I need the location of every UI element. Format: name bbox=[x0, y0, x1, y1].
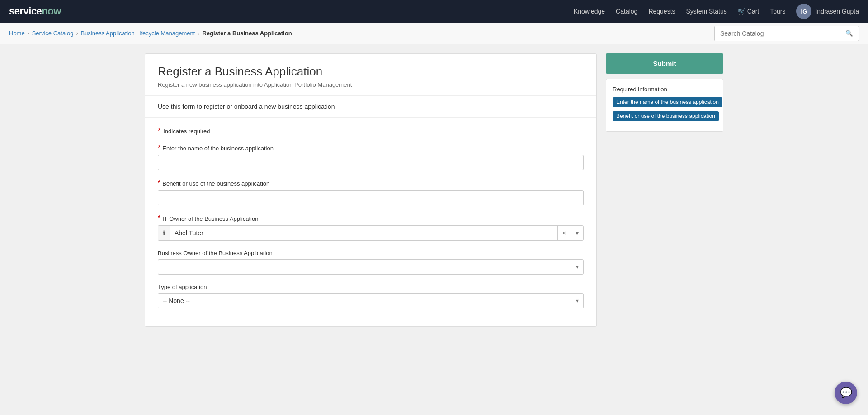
it-owner-label-text: IT Owner of the Business Application bbox=[162, 215, 258, 222]
knowledge-link[interactable]: Knowledge bbox=[574, 8, 605, 15]
user-avatar[interactable]: IG bbox=[796, 4, 811, 19]
breadcrumb-sep-2: › bbox=[76, 30, 78, 37]
logo-now: now bbox=[42, 5, 61, 17]
info-icon: ℹ bbox=[163, 229, 165, 237]
form-description: Use this form to register or onboard a n… bbox=[145, 96, 596, 118]
search-catalog-input[interactable] bbox=[715, 26, 840, 41]
app-name-label: * Enter the name of the business applica… bbox=[158, 144, 584, 152]
nav-links: Knowledge Catalog Requests System Status… bbox=[574, 4, 859, 19]
type-label: Type of application bbox=[158, 284, 584, 290]
it-owner-label: * IT Owner of the Business Application bbox=[158, 214, 584, 223]
breadcrumb-sep-3: › bbox=[198, 30, 199, 37]
info-panel-content: Required information Enter the name of t… bbox=[606, 79, 723, 131]
form-title: Register a Business Application bbox=[158, 65, 584, 79]
it-owner-input[interactable] bbox=[170, 226, 557, 240]
breadcrumb-current: Register a Business Application bbox=[202, 30, 292, 37]
search-icon: 🔍 bbox=[845, 30, 853, 37]
app-name-required-star: * bbox=[158, 144, 160, 152]
app-name-label-text: Enter the name of the business applicati… bbox=[162, 145, 274, 152]
search-catalog-wrapper: 🔍 bbox=[714, 26, 859, 41]
business-owner-group: Business Owner of the Business Applicati… bbox=[158, 250, 584, 275]
info-panel-title: Required information bbox=[613, 86, 722, 93]
benefit-group: * Benefit or use of the business applica… bbox=[158, 179, 584, 205]
type-field: -- None -- ▾ bbox=[158, 293, 584, 308]
logo-service: service bbox=[9, 5, 42, 17]
user-initials: IG bbox=[801, 8, 807, 15]
search-catalog-button[interactable]: 🔍 bbox=[840, 26, 859, 40]
breadcrumb-lifecycle[interactable]: Business Application Lifecycle Managemen… bbox=[80, 30, 195, 37]
chevron-down-icon: ▾ bbox=[576, 229, 579, 237]
breadcrumb-bar: Home › Service Catalog › Business Applic… bbox=[0, 23, 868, 44]
type-label-text: Type of application bbox=[158, 284, 207, 290]
business-owner-label-text: Business Owner of the Business Applicati… bbox=[158, 250, 273, 256]
chevron-down-icon-2: ▾ bbox=[576, 264, 579, 270]
cart-label: Cart bbox=[747, 8, 759, 15]
cart-link[interactable]: 🛒 Cart bbox=[738, 8, 759, 15]
app-name-group: * Enter the name of the business applica… bbox=[158, 144, 584, 170]
benefit-input[interactable] bbox=[158, 190, 584, 205]
it-owner-info-button[interactable]: ℹ bbox=[158, 226, 170, 240]
breadcrumb-home[interactable]: Home bbox=[9, 30, 25, 37]
breadcrumb: Home › Service Catalog › Business Applic… bbox=[9, 30, 292, 37]
benefit-required-star: * bbox=[158, 179, 160, 187]
form-subtitle: Register a new business application into… bbox=[158, 81, 584, 88]
required-note-text: Indicates required bbox=[163, 128, 210, 135]
top-navigation: servicenow Knowledge Catalog Requests Sy… bbox=[0, 0, 868, 23]
cart-icon: 🛒 bbox=[738, 8, 745, 15]
benefit-label-text: Benefit or use of the business applicati… bbox=[162, 180, 269, 187]
required-star-indicator: * bbox=[158, 127, 160, 135]
logo-text: servicenow bbox=[9, 5, 61, 17]
type-select[interactable]: -- None -- bbox=[158, 294, 571, 308]
business-owner-label: Business Owner of the Business Applicati… bbox=[158, 250, 584, 256]
breadcrumb-sep-1: › bbox=[28, 30, 29, 37]
system-status-link[interactable]: System Status bbox=[686, 8, 727, 15]
form-header: Register a Business Application Register… bbox=[145, 54, 596, 96]
it-owner-field: ℹ × ▾ bbox=[158, 225, 584, 241]
info-tag-2[interactable]: Benefit or use of the business applicati… bbox=[613, 111, 719, 121]
user-name: Indrasen Gupta bbox=[815, 8, 859, 15]
benefit-label: * Benefit or use of the business applica… bbox=[158, 179, 584, 187]
it-owner-group: * IT Owner of the Business Application ℹ… bbox=[158, 214, 584, 241]
logo[interactable]: servicenow bbox=[9, 5, 61, 17]
right-panel: Submit Required information Enter the na… bbox=[606, 53, 723, 132]
info-panel-scrollbar: Required information Enter the name of t… bbox=[606, 79, 723, 131]
user-info: IG Indrasen Gupta bbox=[796, 4, 859, 19]
catalog-link[interactable]: Catalog bbox=[616, 8, 637, 15]
form-panel: Register a Business Application Register… bbox=[145, 53, 597, 327]
info-panel: Required information Enter the name of t… bbox=[606, 79, 723, 132]
business-owner-field: ▾ bbox=[158, 259, 584, 275]
type-dropdown-button[interactable]: ▾ bbox=[571, 294, 583, 308]
tours-link[interactable]: Tours bbox=[770, 8, 785, 15]
breadcrumb-service-catalog[interactable]: Service Catalog bbox=[32, 30, 74, 37]
type-group: Type of application -- None -- ▾ bbox=[158, 284, 584, 308]
info-tag-1[interactable]: Enter the name of the business applicati… bbox=[613, 97, 722, 107]
submit-button[interactable]: Submit bbox=[606, 53, 723, 74]
business-owner-input[interactable] bbox=[158, 260, 571, 274]
it-owner-required-star: * bbox=[158, 214, 160, 223]
app-name-input[interactable] bbox=[158, 155, 584, 170]
main-content: Register a Business Application Register… bbox=[118, 44, 750, 336]
form-body: * Indicates required * Enter the name of… bbox=[145, 118, 596, 326]
it-owner-lookup-button[interactable]: ▾ bbox=[571, 226, 583, 240]
chevron-down-icon-3: ▾ bbox=[576, 298, 579, 304]
close-icon: × bbox=[562, 229, 566, 237]
requests-link[interactable]: Requests bbox=[648, 8, 675, 15]
required-note: * Indicates required bbox=[158, 127, 584, 135]
business-owner-dropdown-button[interactable]: ▾ bbox=[571, 260, 583, 274]
it-owner-clear-button[interactable]: × bbox=[557, 226, 571, 240]
